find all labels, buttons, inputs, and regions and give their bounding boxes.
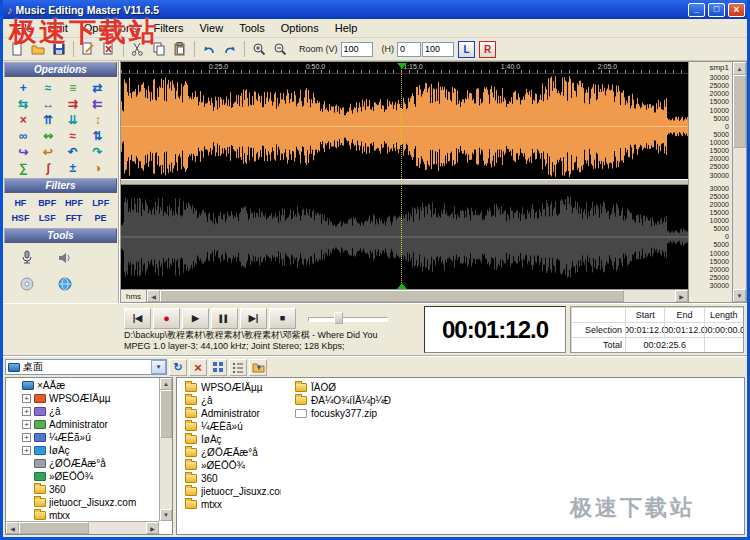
tree-item[interactable]: mtxx (8, 509, 159, 521)
operation-icon[interactable]: ↪ (11, 144, 36, 159)
h-scroll-track[interactable] (160, 290, 675, 302)
file-item[interactable]: 360 (185, 472, 281, 485)
tree-v-scrollbar[interactable]: ▲ ▼ (159, 378, 172, 521)
operation-icon[interactable]: + (11, 80, 36, 95)
cd-burn-button[interactable] (17, 275, 37, 293)
tree-expander[interactable]: + (22, 433, 31, 442)
operation-icon[interactable]: ≡ (61, 80, 86, 95)
filter-button[interactable]: PE (87, 213, 114, 223)
menu-item[interactable]: Filters (146, 20, 192, 36)
operations-section-header[interactable]: Operations (4, 62, 117, 77)
h-scroll-thumb[interactable] (160, 290, 624, 302)
filter-button[interactable]: BPF (34, 198, 61, 208)
tree-expander[interactable] (22, 511, 31, 520)
waveform-h-scrollbar[interactable]: hms ◀ ▶ (121, 289, 688, 302)
operation-icon[interactable]: ± (61, 160, 86, 175)
operation-icon[interactable]: ↕ (85, 112, 110, 127)
scroll-up-arrow[interactable]: ▲ (733, 62, 746, 75)
undo-button[interactable] (199, 40, 219, 59)
left-channel-button[interactable]: L (458, 41, 475, 58)
filter-button[interactable]: HF (7, 198, 34, 208)
file-item[interactable]: WPSÔÆÎÄµµ (185, 381, 281, 394)
menu-item[interactable]: File (7, 20, 41, 36)
menu-item[interactable]: Help (327, 20, 366, 36)
operation-icon[interactable]: ◑ (85, 160, 110, 175)
zoom-out-button[interactable] (270, 40, 290, 59)
tree-item[interactable]: + WPSÔÆÎÄµµ (8, 392, 159, 405)
scroll-down-arrow[interactable]: ▼ (733, 289, 746, 302)
file-item[interactable]: ÏÂÔØ (295, 381, 445, 394)
operation-icon[interactable]: ⇄ (85, 80, 110, 95)
h-zoom-input[interactable] (422, 42, 454, 57)
file-item[interactable]: ¿â (185, 394, 281, 407)
operation-icon[interactable]: ↔ (36, 96, 61, 111)
file-item[interactable]: jietuocr_Jisuxz.com (185, 485, 281, 498)
operation-icon[interactable]: × (11, 112, 36, 127)
tree-item[interactable]: + Administrator (8, 418, 159, 431)
filter-button[interactable]: FFT (61, 213, 88, 223)
delete-button[interactable] (99, 40, 119, 59)
play-button[interactable]: ▶ (182, 308, 209, 329)
edit-button[interactable] (78, 40, 98, 59)
menu-item[interactable]: Tools (231, 20, 273, 36)
scroll-right-arrow[interactable]: ▶ (675, 290, 688, 302)
combo-dropdown-arrow[interactable]: ▼ (151, 360, 166, 374)
refresh-button[interactable]: ↻ (169, 359, 187, 376)
go-to-start-button[interactable]: |◀ (124, 308, 151, 329)
right-channel-button[interactable]: R (479, 41, 496, 58)
slider-thumb[interactable] (334, 312, 343, 324)
operation-icon[interactable]: ⇆ (11, 96, 36, 111)
tree-v-scroll-thumb[interactable] (160, 390, 172, 438)
filter-button[interactable]: LPF (87, 198, 114, 208)
menu-item[interactable]: Options (273, 20, 327, 36)
filter-button[interactable]: LSF (34, 213, 61, 223)
close-button[interactable]: × (728, 3, 745, 17)
tree-v-scroll-track[interactable] (160, 390, 172, 509)
stop-button[interactable]: ■ (269, 308, 296, 329)
operation-icon[interactable]: ∞ (11, 128, 36, 143)
folder-up-button[interactable] (249, 359, 267, 376)
filter-button[interactable]: HPF (61, 198, 88, 208)
record-microphone-button[interactable] (17, 249, 37, 267)
speaker-button[interactable] (55, 249, 75, 267)
tree-expander[interactable]: + (22, 407, 31, 416)
left-channel-waveform[interactable] (121, 74, 688, 179)
operation-icon[interactable]: ≈ (36, 80, 61, 95)
menu-item[interactable]: Edit (41, 20, 76, 36)
v-scroll-thumb[interactable] (733, 75, 746, 148)
tree-expander[interactable] (22, 485, 31, 494)
tree-expander[interactable]: + (22, 446, 31, 455)
tree-item[interactable]: + ¼ÆËã»ú (8, 431, 159, 444)
tree-item[interactable]: ¿ØÖÆÃæ°å (8, 457, 159, 470)
tree-item[interactable]: »ØÊÕÕ¾ (8, 470, 159, 483)
browser-delete-button[interactable]: × (189, 359, 207, 376)
scroll-left-arrow[interactable]: ◀ (147, 290, 160, 302)
tree-scroll-up-arrow[interactable]: ▲ (160, 378, 172, 390)
tree-item[interactable]: + ÍøÂç (8, 444, 159, 457)
tree-item[interactable]: ×ÀÃæ (8, 379, 159, 392)
menu-item[interactable]: Operations (76, 20, 146, 36)
title-bar[interactable]: ♪ Music Editing Master V11.6.5 _ □ × (3, 0, 747, 19)
file-item[interactable]: mtxx (185, 498, 281, 511)
tree-expander[interactable]: + (22, 420, 31, 429)
operation-icon[interactable]: ↩ (36, 144, 61, 159)
file-item[interactable]: ¿ØÖÆÃæ°å (185, 446, 281, 459)
view-icons-button[interactable] (209, 359, 227, 376)
view-list-button[interactable] (229, 359, 247, 376)
zoom-in-button[interactable] (249, 40, 269, 59)
tree-item[interactable]: jietuocr_Jisuxz.com (8, 496, 159, 509)
save-button[interactable] (49, 40, 69, 59)
tree-item[interactable]: 360 (8, 483, 159, 496)
waveform-v-scrollbar[interactable]: ▲ ▼ (732, 62, 746, 302)
file-item[interactable]: ÐÂ¼Ó¾íÎÄ¼þ¼Ð (295, 394, 445, 407)
tree-expander[interactable] (22, 498, 31, 507)
operation-icon[interactable]: ↶ (61, 144, 86, 159)
operation-icon[interactable]: ⇈ (36, 112, 61, 127)
record-button[interactable]: ● (153, 308, 180, 329)
file-item[interactable]: Administrator (185, 407, 281, 420)
filter-button[interactable]: HSF (7, 213, 34, 223)
tree-h-scroll-thumb[interactable] (19, 522, 89, 534)
file-item[interactable]: »ØÊÕÕ¾ (185, 459, 281, 472)
redo-button[interactable] (220, 40, 240, 59)
minimize-button[interactable]: _ (688, 3, 705, 17)
